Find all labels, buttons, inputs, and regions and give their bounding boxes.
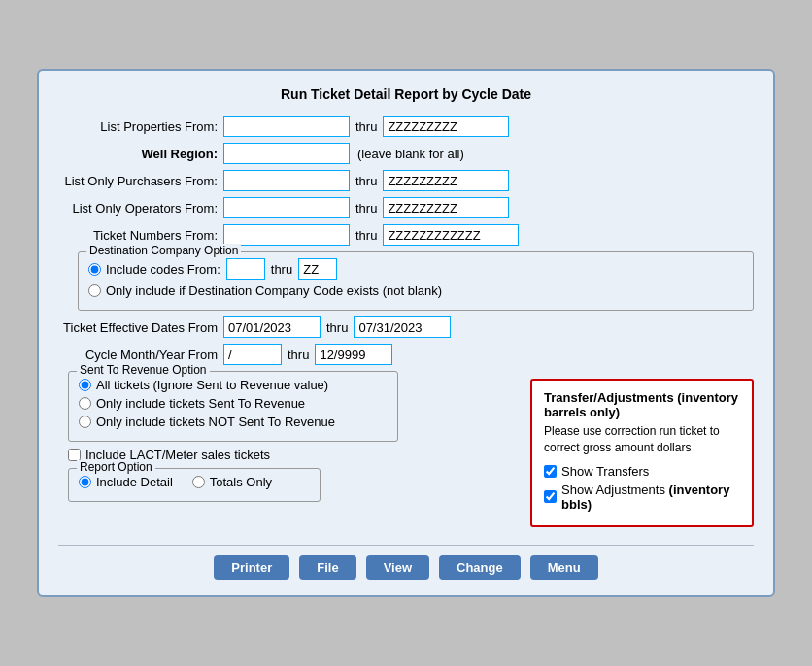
list-purchasers-from-input[interactable] (223, 170, 350, 191)
left-column: Sent To Revenue Option All tickets (Igno… (58, 371, 521, 508)
report-option-group: Report Option Include Detail Totals Only (68, 468, 321, 502)
footer: Printer File View Change Menu (58, 545, 754, 580)
list-purchasers-label: List Only Purchasers From: (58, 174, 223, 188)
sent-radio3-row: Only include tickets NOT Sent To Revenue (79, 415, 388, 429)
include-codes-from-input[interactable] (226, 258, 265, 280)
list-properties-thru-input[interactable] (383, 116, 509, 137)
thru-label-7: thru (288, 348, 309, 362)
include-detail-radio[interactable] (79, 476, 91, 488)
dest-company-legend: Destination Company Option (86, 244, 241, 257)
well-region-label: Well Region: (58, 147, 223, 161)
include-codes-thru-input[interactable] (298, 258, 337, 280)
sent-radio1-row: All tickets (Ignore Sent to Revenue valu… (79, 378, 388, 392)
ticket-effective-thru-input[interactable] (354, 316, 451, 338)
printer-button[interactable]: Printer (214, 555, 289, 580)
list-operators-from-input[interactable] (223, 197, 350, 218)
well-region-input[interactable] (223, 143, 350, 164)
list-purchasers-row: List Only Purchasers From: thru (58, 170, 754, 191)
cycle-month-from-input[interactable] (223, 344, 282, 365)
view-button[interactable]: View (366, 555, 429, 580)
show-transfers-row: Show Transfers (544, 464, 740, 479)
transfer-box: Transfer/Adjustments (inventory barrels … (530, 379, 754, 527)
cycle-month-thru-input[interactable] (315, 344, 392, 365)
sent-radio3-label: Only include tickets NOT Sent To Revenue (96, 415, 335, 429)
ticket-effective-label: Ticket Effective Dates From (58, 320, 223, 335)
thru-label-6: thru (326, 320, 348, 335)
sent-radio3[interactable] (79, 416, 91, 428)
ticket-numbers-label: Ticket Numbers From: (58, 228, 223, 243)
show-adjustments-row: Show Adjustments (inventory bbls) (544, 483, 740, 512)
show-adjustments-checkbox[interactable] (544, 490, 557, 503)
cycle-month-row: Cycle Month/Year From thru (58, 344, 754, 365)
thru-label-3: thru (355, 201, 377, 216)
include-detail-label: Include Detail (96, 475, 173, 489)
include-codes-label: Include codes From: (106, 262, 220, 277)
sent-radio2-label: Only include tickets Sent To Revenue (96, 396, 305, 411)
cycle-month-label: Cycle Month/Year From (58, 348, 223, 362)
list-properties-from-input[interactable] (223, 116, 350, 137)
thru-label-4: thru (355, 228, 377, 243)
ticket-numbers-from-input[interactable] (223, 224, 350, 246)
show-transfers-label: Show Transfers (561, 464, 649, 479)
sent-radio2[interactable] (79, 397, 91, 410)
ticket-effective-row: Ticket Effective Dates From thru (58, 316, 754, 338)
list-properties-row: List Properties From: thru (58, 116, 754, 137)
report-option-row: Include Detail Totals Only (79, 475, 310, 489)
include-codes-row: Include codes From: thru (88, 258, 743, 280)
list-purchasers-thru-input[interactable] (383, 170, 509, 191)
thru-label-1: thru (355, 119, 377, 134)
file-button[interactable]: File (299, 555, 355, 580)
blank-note: (leave blank for all) (357, 147, 464, 161)
list-operators-row: List Only Operators From: thru (58, 197, 754, 218)
show-transfers-checkbox[interactable] (544, 465, 557, 478)
sent-revenue-group: Sent To Revenue Option All tickets (Igno… (68, 371, 398, 442)
transfer-box-note: Please use correction run ticket to corr… (544, 423, 740, 456)
totals-only-radio[interactable] (192, 476, 205, 488)
transfer-box-title: Transfer/Adjustments (inventory barrels … (544, 390, 740, 419)
ticket-numbers-thru-input[interactable] (383, 224, 519, 246)
only-include-radio[interactable] (88, 284, 101, 297)
window-title: Run Ticket Detail Report by Cycle Date (58, 86, 754, 102)
show-adjustments-label: Show Adjustments (inventory bbls) (561, 483, 740, 512)
sent-revenue-legend: Sent To Revenue Option (77, 363, 210, 377)
list-operators-thru-input[interactable] (383, 197, 509, 218)
sent-radio2-row: Only include tickets Sent To Revenue (79, 396, 388, 411)
dest-company-group: Destination Company Option Include codes… (78, 251, 754, 311)
thru-label-5: thru (271, 262, 292, 277)
include-codes-radio[interactable] (88, 263, 101, 276)
sent-radio1[interactable] (79, 379, 91, 391)
list-properties-label: List Properties From: (58, 119, 223, 134)
menu-button[interactable]: Menu (530, 555, 598, 580)
totals-only-label: Totals Only (210, 475, 272, 489)
ticket-effective-from-input[interactable] (223, 316, 321, 338)
change-button[interactable]: Change (439, 555, 521, 580)
list-operators-label: List Only Operators From: (58, 201, 223, 216)
show-adjustments-bold: (inventory bbls) (561, 483, 729, 512)
well-region-row: Well Region: (leave blank for all) (58, 143, 754, 164)
ticket-numbers-row: Ticket Numbers From: thru (58, 224, 754, 246)
bottom-section: Sent To Revenue Option All tickets (Igno… (58, 371, 754, 527)
thru-label-2: thru (355, 174, 377, 188)
only-include-row: Only include if Destination Company Code… (88, 283, 743, 298)
sent-radio1-label: All tickets (Ignore Sent to Revenue valu… (96, 378, 328, 392)
only-include-label: Only include if Destination Company Code… (106, 283, 442, 298)
main-window: Run Ticket Detail Report by Cycle Date L… (37, 69, 775, 597)
report-option-legend: Report Option (77, 460, 155, 474)
